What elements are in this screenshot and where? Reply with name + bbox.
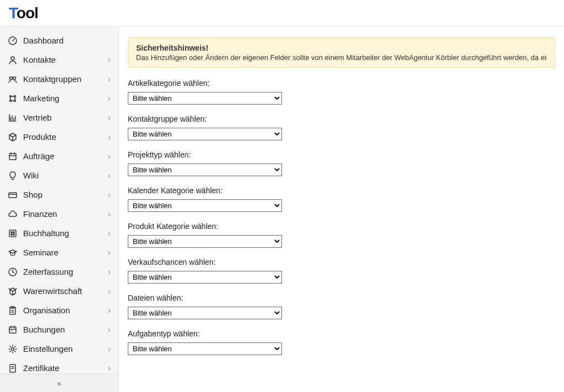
sidebar-item-shop[interactable]: Shop›	[0, 185, 118, 204]
header: Tool	[0, 0, 564, 26]
calendar-icon	[8, 325, 18, 335]
field-select[interactable]: Bitte wählen	[128, 92, 282, 105]
notice-box: Sicherheitshinweis! Das Hinzufügen oder …	[128, 37, 555, 68]
svg-point-3	[13, 77, 16, 79]
field-label: Verkaufschancen wählen:	[128, 258, 555, 266]
sidebar-item-zertifikate[interactable]: Zertifikate›	[0, 358, 118, 374]
sidebar-item-dashboard[interactable]: Dashboard	[0, 31, 118, 50]
fields-container: Artikelkategorie wählen:Bitte wählenKont…	[128, 79, 555, 355]
field-select[interactable]: Bitte wählen	[128, 235, 282, 248]
sidebar-items: DashboardKontakte›Kontaktgruppen›Marketi…	[0, 26, 118, 374]
sidebar-item-marketing[interactable]: Marketing›	[0, 89, 118, 108]
logo-first: T	[9, 4, 17, 21]
sidebar-item-label: Aufträge	[23, 151, 108, 161]
sidebar-item-kontakte[interactable]: Kontakte›	[0, 50, 118, 69]
sidebar-item-einstellungen[interactable]: Einstellungen›	[0, 339, 118, 358]
chevron-right-icon: ›	[108, 364, 111, 373]
chevron-right-icon: ›	[108, 94, 111, 103]
chevron-right-icon: ›	[108, 113, 111, 122]
field-block: Verkaufschancen wählen:Bitte wählen	[128, 258, 555, 284]
chevron-right-icon: ›	[108, 268, 111, 276]
sidebar-item-buchungen[interactable]: Buchungen›	[0, 320, 118, 339]
sidebar-item-produkte[interactable]: Produkte›	[0, 127, 118, 146]
sidebar-item-label: Kontaktgruppen	[23, 74, 108, 84]
sidebar-item-label: Kontakte	[23, 55, 108, 64]
notice-title: Sicherheitshinweis!	[136, 43, 547, 52]
field-label: Kalender Kategorie wählen:	[128, 186, 555, 195]
sidebar-item-label: Marketing	[23, 94, 108, 103]
svg-rect-13	[11, 234, 12, 235]
field-label: Aufgabentyp wählen:	[128, 329, 555, 338]
sidebar-item-zeiterfassung[interactable]: Zeiterfassung›	[0, 262, 118, 281]
sidebar-item-buchhaltung[interactable]: Buchhaltung›	[0, 224, 118, 243]
sidebar-item-label: Zertifikate	[23, 363, 108, 373]
sidebar-item-label: Produkte	[23, 132, 108, 141]
sidebar-item-warenwirtschaft[interactable]: Warenwirtschaft›	[0, 281, 118, 301]
field-select[interactable]: Bitte wählen	[128, 271, 282, 284]
sidebar-item-label: Warenwirtschaft	[23, 286, 108, 296]
sidebar-item-seminare[interactable]: Seminare›	[0, 243, 118, 262]
field-block: Kalender Kategorie wählen:Bitte wählen	[128, 186, 555, 212]
chevron-right-icon: ›	[108, 171, 111, 180]
gear-icon	[8, 344, 18, 354]
cloud-icon	[8, 209, 18, 219]
sidebar-item-label: Buchhaltung	[23, 228, 108, 238]
field-block: Produkt Kategorie wählen:Bitte wählen	[128, 222, 555, 248]
field-select[interactable]: Bitte wählen	[128, 164, 282, 176]
logo-rest: ool	[17, 4, 38, 21]
sidebar-item-label: Zeiterfassung	[23, 267, 108, 276]
sidebar-item-vertrieb[interactable]: Vertrieb›	[0, 108, 118, 127]
group-icon	[8, 74, 18, 84]
chevron-right-icon: ›	[108, 287, 111, 296]
sidebar-item-label: Vertrieb	[23, 113, 108, 122]
sidebar-item-aufträge[interactable]: Aufträge›	[0, 146, 118, 166]
sidebar-item-label: Dashboard	[23, 36, 111, 45]
chevron-right-icon: ›	[108, 210, 111, 219]
field-select[interactable]: Bitte wählen	[128, 199, 282, 212]
chevron-right-icon: ›	[108, 248, 111, 257]
ledger-icon	[8, 228, 18, 238]
cap-icon	[8, 248, 18, 258]
chevron-right-icon: ›	[108, 306, 111, 315]
svg-point-2	[10, 77, 13, 79]
sidebar-item-label: Organisation	[23, 306, 108, 315]
field-label: Artikelkategorie wählen:	[128, 79, 555, 88]
sidebar-item-label: Shop	[23, 190, 108, 199]
svg-rect-10	[9, 230, 16, 237]
sidebar-item-organisation[interactable]: Organisation›	[0, 301, 118, 320]
chevron-right-icon: ›	[108, 56, 111, 64]
field-label: Projekttyp wählen:	[128, 150, 555, 159]
chevron-right-icon: ›	[108, 152, 111, 161]
field-select[interactable]: Bitte wählen	[128, 307, 282, 319]
field-label: Produkt Kategorie wählen:	[128, 222, 555, 231]
card-icon	[8, 190, 18, 200]
sidebar-item-label: Buchungen	[23, 325, 108, 334]
field-block: Artikelkategorie wählen:Bitte wählen	[128, 79, 555, 105]
dashboard-icon	[8, 36, 18, 46]
sidebar-item-kontaktgruppen[interactable]: Kontaktgruppen›	[0, 69, 118, 89]
clipboard-icon	[8, 306, 18, 315]
notice-text: Das Hinzufügen oder Ändern der eigenen F…	[136, 53, 547, 62]
bulb-icon	[8, 171, 18, 181]
svg-rect-18	[9, 327, 16, 333]
chevron-right-icon: ›	[108, 75, 111, 84]
field-select[interactable]: Bitte wählen	[128, 128, 282, 140]
sidebar-item-wiki[interactable]: Wiki›	[0, 166, 118, 185]
field-select[interactable]: Bitte wählen	[128, 342, 282, 355]
content: Sicherheitshinweis! Das Hinzufügen oder …	[119, 26, 564, 392]
svg-point-19	[12, 347, 14, 350]
clock-icon	[8, 267, 18, 277]
sidebar-item-label: Finanzen	[23, 209, 108, 219]
chevron-right-icon: ›	[108, 325, 111, 334]
sidebar: DashboardKontakte›Kontaktgruppen›Marketi…	[0, 26, 119, 392]
orders-icon	[8, 151, 18, 161]
logo: Tool	[9, 4, 38, 22]
chart-icon	[8, 113, 18, 123]
collapse-icon: «	[57, 379, 62, 388]
field-block: Kontaktgruppe wählen:Bitte wählen	[128, 115, 555, 140]
sidebar-collapse-button[interactable]: «	[0, 374, 118, 392]
marketing-icon	[8, 94, 18, 104]
cube-icon	[8, 132, 18, 142]
sidebar-item-finanzen[interactable]: Finanzen›	[0, 204, 118, 224]
sidebar-item-label: Einstellungen	[23, 344, 108, 353]
